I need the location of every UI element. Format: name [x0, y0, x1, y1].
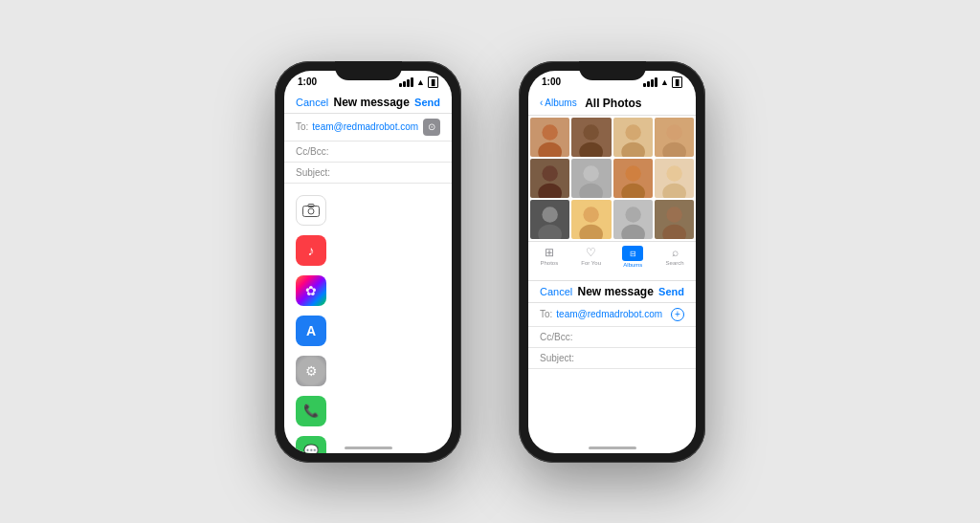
svg-point-25: [666, 207, 682, 223]
svg-point-1: [308, 208, 314, 214]
phone-app-icon: 📞: [296, 396, 326, 426]
camera-attach-icon[interactable]: ⊙: [423, 119, 440, 136]
svg-point-16: [621, 184, 645, 198]
to-value-1: team@redmadrobot.com: [312, 121, 418, 132]
tab-albums[interactable]: ⊟ Albums: [612, 246, 655, 268]
screen-1: 1:00 ▲ ▮ Cancel New message Send To: tea…: [284, 71, 452, 453]
svg-point-8: [621, 142, 645, 156]
photo-cell-11[interactable]: [613, 200, 653, 239]
photo-cell-5[interactable]: [530, 159, 569, 198]
photos-icon: ✿: [296, 275, 326, 306]
share-phone-row[interactable]: 📞: [284, 390, 452, 432]
nav-bar-2: Cancel New message Send: [528, 281, 696, 303]
svg-point-3: [542, 124, 558, 141]
send-button-1[interactable]: Send: [414, 97, 440, 108]
share-camera-row[interactable]: [284, 189, 452, 231]
cc-field-2[interactable]: Cc/Bcc:: [528, 327, 696, 348]
albums-nav: ‹ Albums All Photos: [528, 92, 696, 116]
to-value-2: team@redmadrobot.com: [556, 309, 662, 319]
tab-foryou[interactable]: ♡ For You: [570, 246, 612, 268]
albums-title: All Photos: [585, 97, 641, 110]
screen-2: 1:00 ▲ ▮ ‹: [528, 71, 696, 453]
cancel-button-1[interactable]: Cancel: [296, 97, 328, 108]
share-settings-row[interactable]: ⚙: [284, 350, 452, 392]
wifi-icon: ▲: [416, 77, 425, 87]
search-tab-icon: ⌕: [672, 246, 679, 259]
share-photos-row[interactable]: ✿: [284, 270, 452, 312]
messages-icon: 💬: [296, 436, 326, 453]
photo-cell-7[interactable]: [613, 159, 653, 198]
photo-cell-9[interactable]: [530, 200, 569, 239]
share-sheet: ♪ ✿ A ⚙: [284, 184, 452, 453]
photo-picker: 1:00 ▲ ▮ ‹: [528, 71, 696, 281]
svg-point-20: [538, 225, 562, 239]
nav-title-1: New message: [333, 96, 409, 109]
to-label-1: To:: [296, 121, 308, 132]
svg-point-9: [666, 124, 682, 141]
wifi-icon-2: ▲: [660, 77, 669, 87]
search-tab-label: Search: [666, 260, 684, 266]
albums-tab-icon: ⊟: [622, 246, 643, 261]
svg-point-24: [621, 225, 645, 239]
share-music-row[interactable]: ♪: [284, 229, 452, 272]
photo-cell-12[interactable]: [655, 200, 694, 239]
svg-rect-0: [303, 206, 320, 216]
svg-point-12: [538, 184, 562, 198]
home-indicator-2: [589, 447, 636, 449]
share-appstore-row[interactable]: A: [284, 310, 452, 352]
time-2: 1:00: [542, 76, 561, 87]
svg-point-15: [625, 165, 641, 182]
share-messages-row[interactable]: 💬: [284, 430, 452, 453]
photo-cell-6[interactable]: [571, 159, 611, 198]
photo-cell-1[interactable]: [530, 118, 569, 157]
to-label-2: To:: [540, 309, 552, 319]
nav-bar-1: Cancel New message Send: [284, 92, 452, 114]
photos-tab-icon: ⊞: [545, 246, 554, 259]
svg-point-21: [584, 207, 600, 223]
cancel-button-2[interactable]: Cancel: [540, 286, 572, 297]
subject-field-1[interactable]: Subject:: [284, 163, 452, 184]
photo-cell-2[interactable]: [571, 118, 611, 157]
time-1: 1:00: [298, 76, 317, 87]
home-indicator-1: [345, 447, 392, 449]
svg-point-11: [542, 165, 558, 182]
tab-photos[interactable]: ⊞ Photos: [528, 246, 570, 268]
svg-point-13: [584, 165, 600, 182]
send-button-2[interactable]: Send: [658, 286, 684, 297]
photo-cell-10[interactable]: [571, 200, 611, 239]
photo-cell-4[interactable]: [655, 118, 694, 157]
appstore-icon: A: [296, 316, 326, 346]
svg-point-18: [662, 184, 686, 198]
foryou-tab-label: For You: [581, 260, 601, 266]
split-screen: 1:00 ▲ ▮ ‹: [528, 71, 696, 453]
chevron-left-icon: ‹: [540, 98, 543, 108]
albums-tab-label: Albums: [623, 262, 642, 268]
notch-2: [579, 61, 646, 80]
svg-point-26: [662, 225, 686, 239]
svg-point-7: [625, 124, 641, 141]
photo-cell-8[interactable]: [655, 159, 694, 198]
add-recipient-button[interactable]: +: [671, 308, 684, 321]
tab-search[interactable]: ⌕ Search: [654, 246, 696, 268]
notch-1: [335, 61, 402, 80]
to-field-2[interactable]: To: team@redmadrobot.com +: [528, 303, 696, 327]
status-icons-2: ▲ ▮: [643, 76, 682, 88]
subject-label-1: Subject:: [296, 167, 330, 178]
cc-field-1[interactable]: Cc/Bcc:: [284, 142, 452, 163]
albums-back-label: Albums: [545, 98, 576, 108]
photo-cell-3[interactable]: [613, 118, 653, 157]
photo-grid: [528, 116, 696, 242]
cc-label-1: Cc/Bcc:: [296, 146, 328, 157]
camera-icon: [296, 195, 326, 226]
to-field-1[interactable]: To: team@redmadrobot.com ⊙: [284, 114, 452, 142]
svg-point-23: [625, 207, 641, 223]
music-icon: ♪: [296, 235, 326, 266]
svg-point-4: [538, 142, 562, 156]
albums-back-button[interactable]: ‹ Albums: [540, 98, 577, 108]
phone-2: 1:00 ▲ ▮ ‹: [519, 61, 705, 463]
subject-field-2[interactable]: Subject:: [528, 348, 696, 369]
tab-bar: ⊞ Photos ♡ For You ⊟ Albums ⌕: [528, 241, 696, 270]
svg-point-10: [662, 142, 686, 156]
signal-icon: [399, 77, 413, 87]
subject-label-2: Subject:: [540, 353, 574, 363]
